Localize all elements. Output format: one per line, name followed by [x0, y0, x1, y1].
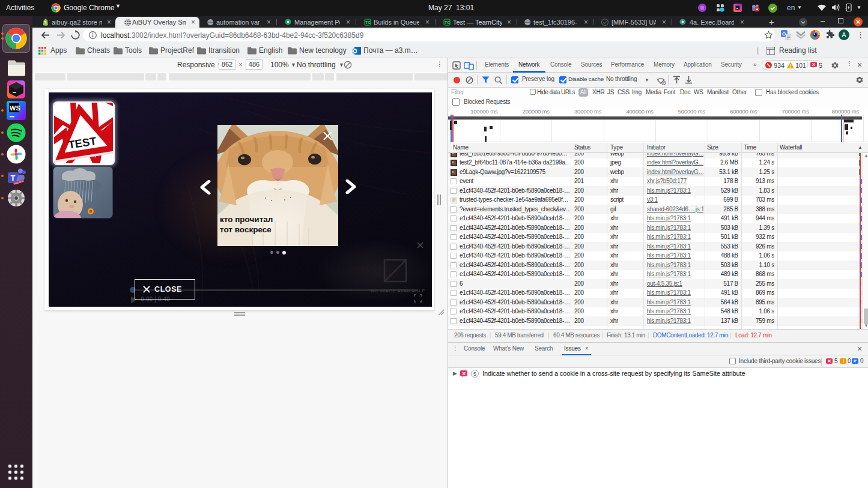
- svg-text:тот воскресе: тот воскресе: [220, 225, 272, 234]
- svg-text:WS: WS: [10, 104, 20, 112]
- svg-text:TC: TC: [365, 20, 371, 25]
- svg-text:кто прочитал: кто прочитал: [220, 215, 273, 224]
- svg-text:TC: TC: [445, 20, 450, 25]
- svg-text:T: T: [11, 173, 16, 182]
- svg-text:G: G: [782, 31, 786, 37]
- svg-text:S: S: [44, 20, 47, 24]
